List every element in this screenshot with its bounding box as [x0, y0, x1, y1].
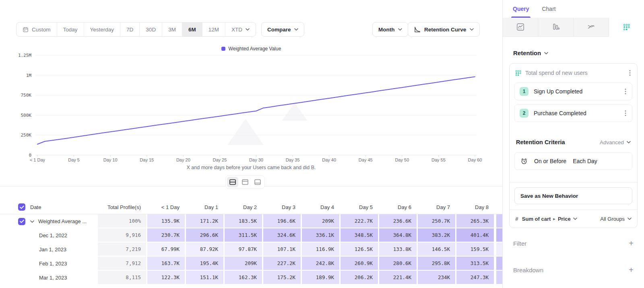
advanced-dropdown[interactable]: Advanced — [600, 139, 631, 145]
x-axis-tick-label: Day 25 — [213, 157, 227, 162]
kebab-menu-icon[interactable] — [624, 109, 627, 117]
total-profiles-cell: 8,115 — [98, 271, 147, 285]
filter-section: Filter + — [513, 239, 634, 247]
day-header-cell: Day 7 — [418, 204, 456, 210]
table-row-dec-1-2022[interactable]: Dec 1, 20229,916230.7K296.6K311.5K324.6K… — [0, 228, 502, 242]
range-button-6m[interactable]: 6M — [182, 23, 202, 36]
chevron-down-icon — [544, 52, 548, 54]
compare-button[interactable]: Compare — [261, 22, 305, 37]
occurrence-selector[interactable]: On or Before — [534, 158, 566, 164]
legend-label: Weighted Average Value — [229, 46, 281, 52]
row-label: Jan 1, 2023 — [39, 247, 66, 253]
row-checkbox[interactable] — [18, 218, 25, 225]
chart-view-button[interactable] — [239, 177, 251, 187]
weighted-average-line[interactable] — [37, 77, 475, 144]
numeric-property-icon: # — [515, 216, 518, 222]
retention-value-cell: 196.6K — [263, 214, 302, 228]
retention-value-cell: 250.7K — [418, 214, 456, 228]
table-row-weighted-average[interactable]: Weighted Average ...100%135.9K171.2K183.… — [0, 214, 502, 228]
y-axis-tick-label: 1.25M — [2, 53, 31, 58]
retention-value-cell: 189.9K — [302, 271, 341, 285]
sidebar-body: Retention Total spend of new users 1Sign… — [503, 50, 644, 274]
range-button-yesterday[interactable]: Yesterday — [84, 23, 120, 36]
day-header-cell: Day 2 — [225, 204, 263, 210]
table-row-feb-1-2023[interactable]: Feb 1, 20237,912163.7K195.4K209K227.2K24… — [0, 257, 502, 271]
range-button-today[interactable]: Today — [57, 23, 84, 36]
retention-criteria-row: Retention Criteria Advanced — [516, 139, 631, 145]
retention-section-dropdown[interactable]: Retention — [513, 50, 638, 56]
sidebar-tab-query[interactable]: Query — [513, 0, 529, 18]
chevron-down-icon — [246, 28, 250, 31]
sidebar-tab-chart[interactable]: Chart — [542, 0, 555, 18]
retention-value-cell: 280.6K — [379, 257, 418, 271]
table-body: Weighted Average ...100%135.9K171.2K183.… — [0, 214, 502, 285]
add-filter-button[interactable]: + — [629, 239, 634, 247]
tab-funnels[interactable] — [538, 18, 574, 36]
tab-flows[interactable] — [574, 18, 609, 36]
event-name: Sign Up Completed — [534, 88, 619, 95]
retention-table: Date Total Profile(s) < 1 DayDay 1Day 2D… — [0, 200, 502, 285]
report-main-panel: CustomTodayYesterday7D30D3M6M12MXTD Comp… — [0, 0, 502, 288]
table-row-jan-1-2023[interactable]: Jan 1, 20237,21967.99K87.92K97.87K107.1K… — [0, 242, 502, 257]
chart-type-button[interactable]: Retention Curve — [408, 22, 480, 37]
retention-value-cell: 221.4K — [379, 271, 418, 285]
add-breakdown-button[interactable]: + — [629, 266, 634, 274]
row-label-cell: Jan 1, 2023 — [0, 242, 98, 257]
select-all-checkbox[interactable] — [18, 203, 25, 211]
retention-value-cell: 122.3K — [147, 271, 186, 285]
row-expand-chevron-icon[interactable] — [30, 220, 34, 223]
range-button-xtd[interactable]: XTD — [225, 23, 256, 36]
tab-insights[interactable] — [503, 18, 538, 36]
day-header-cell: Day 8 — [456, 204, 495, 210]
range-button-custom[interactable]: Custom — [17, 23, 57, 36]
window-selector[interactable]: Each Day — [573, 158, 597, 164]
split-view-button[interactable] — [227, 177, 238, 187]
all-groups-dropdown[interactable]: All Groups — [600, 216, 632, 222]
behavior-title: Total spend of new users — [525, 70, 624, 76]
funnel-bars-icon — [552, 23, 560, 31]
watermark-triangle — [227, 119, 264, 145]
row-label-cell: Feb 1, 2023 — [0, 257, 98, 271]
x-axis-tick-label: Day 15 — [140, 157, 154, 162]
granularity-button[interactable]: Month — [372, 22, 408, 37]
day-header-cell: Day 1 — [186, 204, 225, 210]
line-chart-plot — [0, 40, 502, 177]
kebab-menu-icon[interactable] — [624, 87, 627, 95]
chevron-down-icon — [573, 218, 577, 220]
table-view-button[interactable] — [252, 177, 263, 187]
save-as-new-behavior-button[interactable]: Save as New Behavior — [514, 187, 632, 204]
partial-day9-cell — [495, 228, 502, 242]
range-button-7d[interactable]: 7D — [120, 23, 139, 36]
view-layout-toggle — [225, 175, 265, 189]
row-label: Weighted Average ... — [38, 218, 87, 224]
y-axis-tick-label: 500K — [2, 113, 31, 118]
active-tab-underline — [511, 17, 530, 18]
tab-retention[interactable] — [609, 18, 644, 37]
event-step-sign-up-completed[interactable]: 1Sign Up Completed — [514, 83, 632, 100]
day-header-cells: < 1 DayDay 1Day 2Day 3Day 4Day 5Day 6Day… — [147, 204, 495, 210]
range-button-3m[interactable]: 3M — [162, 23, 182, 36]
chart-legend[interactable]: Weighted Average Value — [0, 46, 502, 52]
retention-value-cell: 236.6K — [379, 214, 418, 228]
event-step-purchase-completed[interactable]: 2Purchase Completed — [514, 104, 632, 122]
retention-value-cell: 383.2K — [418, 228, 456, 242]
range-label: 7D — [126, 27, 133, 33]
range-label: Yesterday — [90, 27, 114, 33]
row-label: Dec 1, 2022 — [39, 232, 67, 238]
table-row-mar-1-2023[interactable]: Mar 1, 20238,115122.3K151.1K162.3K175.2K… — [0, 271, 502, 285]
event-name: Purchase Completed — [534, 110, 619, 116]
step-number-badge: 1 — [520, 87, 528, 96]
retention-value-cell: 242.8K — [302, 257, 341, 271]
measure-property-label: Sum of cart — [522, 216, 551, 222]
x-axis-caption: X and more days before your Users came b… — [0, 165, 502, 170]
retention-value-cell: 87.92K — [186, 242, 225, 257]
watermark-triangle — [282, 103, 308, 121]
range-button-30d[interactable]: 30D — [139, 23, 162, 36]
breakdown-label: Breakdown — [513, 267, 543, 273]
divider — [510, 182, 637, 182]
criteria-time-card[interactable]: On or Before Each Day — [514, 152, 632, 170]
range-button-12m[interactable]: 12M — [202, 23, 225, 36]
measure-property-dropdown[interactable]: Sum of cart ▸ Price — [522, 216, 577, 222]
kebab-menu-icon[interactable] — [628, 69, 632, 77]
date-header-cell: Date — [0, 203, 98, 211]
